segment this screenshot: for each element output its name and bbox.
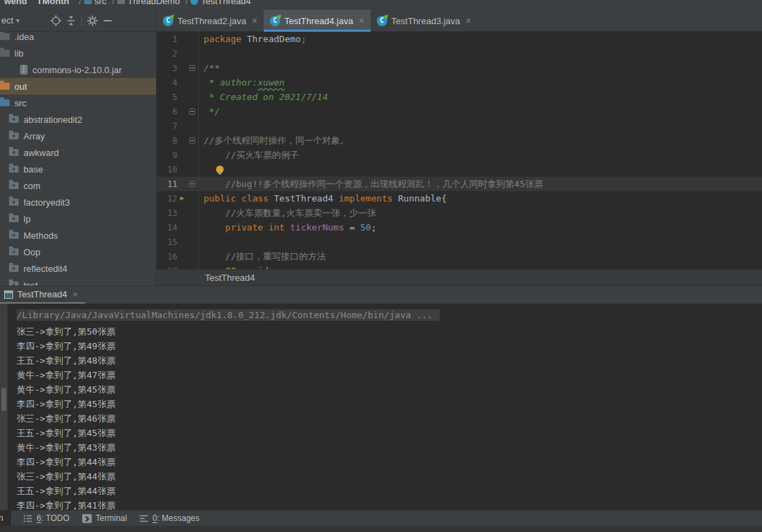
code-line-3[interactable]: 3/**: [157, 61, 762, 75]
line-number: 7: [159, 121, 177, 131]
run-console-output[interactable]: /Library/Java/JavaVirtualMachines/jdk1.8…: [0, 304, 762, 510]
tree-item--idea[interactable]: .idea: [0, 32, 156, 45]
line-number: 1: [159, 35, 177, 44]
close-icon[interactable]: ×: [359, 15, 364, 26]
locate-file-button[interactable]: [48, 13, 63, 28]
console-output-line: 李四->拿到了,第44张票: [17, 455, 115, 469]
code-editor[interactable]: 1package ThreadDemo;23/**4 * author:xuwe…: [156, 32, 762, 269]
breadcrumb-separator: /: [79, 0, 81, 6]
editor-tab-testthread2-java[interactable]: CTestThread2.java×: [157, 10, 264, 32]
toolwindow-button--todo[interactable]: 6: TODO: [23, 513, 70, 523]
code-line-13[interactable]: 13 //火车票数量,火车票卖一张，少一张: [157, 206, 762, 220]
code-line-10[interactable]: 10: [157, 162, 762, 177]
console-output-line: 张三->拿到了,第50张票: [17, 324, 115, 339]
tree-item-awkward[interactable]: awkward: [0, 144, 156, 161]
tree-item-reflectedit4[interactable]: reflectedit4: [0, 260, 156, 277]
class-icon: C: [163, 16, 173, 26]
code-line-7[interactable]: 7: [157, 119, 762, 133]
breadcrumb-item[interactable]: src: [95, 0, 106, 6]
tree-item-commons-io-2-10-0-jar[interactable]: commons-io-2.10.0.jar: [0, 61, 156, 78]
run-toolwindow-button-partial[interactable]: n: [0, 511, 11, 526]
code-line-1[interactable]: 1package ThreadDemo;: [157, 32, 762, 46]
stripe-scroll-handle[interactable]: [1, 388, 6, 411]
editor-gutter: 10: [157, 162, 199, 177]
fold-marker-icon[interactable]: [189, 108, 195, 115]
code-line-11[interactable]: 11 //bug!!多个线程操作同一个资源，出现线程混乱！，几个人同时拿到第45…: [157, 177, 762, 191]
fold-marker-icon[interactable]: [189, 137, 195, 144]
close-icon[interactable]: ×: [252, 15, 257, 26]
code-line-8[interactable]: 8//多个线程同时操作，同一个对象。: [157, 133, 762, 148]
editor-gutter: 8: [157, 133, 199, 148]
tree-item-array[interactable]: Array: [0, 128, 156, 144]
code-line-16[interactable]: 16 //接口，重写接口的方法: [157, 249, 762, 264]
settings-button[interactable]: [85, 13, 100, 28]
tree-item-abstrationedit2[interactable]: abstrationedit2: [0, 111, 156, 128]
close-icon[interactable]: ×: [466, 15, 471, 26]
hide-panel-button[interactable]: [100, 13, 115, 28]
toolwindow-button-label: Terminal: [96, 513, 127, 523]
code-token: //接口，重写接口的方法: [204, 251, 326, 262]
tree-item-lib[interactable]: lib: [0, 45, 156, 61]
code-text: //多个线程同时操作，同一个对象。: [199, 135, 349, 147]
tree-item-lp[interactable]: lp: [0, 210, 156, 227]
todo-list-icon: [23, 514, 32, 523]
editor-gutter: 16: [157, 249, 199, 264]
breadcrumb-item[interactable]: ThreadDemo: [128, 0, 180, 6]
code-token: //bug!!多个线程操作同一个资源，出现线程混乱！，几个人同时拿到第45张票: [204, 179, 543, 189]
breadcrumb-item[interactable]: TestThread4: [201, 0, 251, 6]
code-line-9[interactable]: 9 //买火车票的例子: [157, 148, 762, 162]
editor-breadcrumb-item[interactable]: TestThread4: [205, 273, 255, 283]
folder-icon: [0, 33, 10, 40]
toolwindow-button-terminal[interactable]: Terminal: [82, 513, 127, 523]
editor-gutter: 17: [157, 264, 199, 269]
code-token: ThreadDemo: [247, 34, 301, 44]
code-text: [199, 164, 224, 175]
top-breadcrumb-inner: wendTMonth/src/ThreadDemo/TestThread4: [0, 0, 762, 9]
folder-icon: [0, 99, 10, 106]
tree-item-out[interactable]: out: [0, 78, 156, 95]
editor-tab-testthread4-java[interactable]: CTestThread4.java×: [264, 10, 371, 32]
fold-marker-icon[interactable]: [189, 181, 195, 187]
minimize-icon: [104, 20, 112, 21]
tree-item-label: src: [14, 98, 26, 108]
console-output-line: 李四->拿到了,第49张票: [17, 339, 115, 353]
run-toolwindow-header: TestThread4 ×: [0, 286, 762, 304]
chevron-down-icon[interactable]: ▾: [16, 17, 19, 24]
console-icon: [4, 290, 13, 299]
console-output-line: 李四->拿到了,第45张票: [17, 397, 115, 411]
tree-item-src[interactable]: src: [0, 95, 156, 111]
tree-item-methods[interactable]: Methods: [0, 227, 156, 244]
code-line-4[interactable]: 4 * author:xuwen: [157, 75, 762, 90]
tree-item-test[interactable]: test: [0, 277, 156, 286]
code-text: //bug!!多个线程操作同一个资源，出现线程混乱！，几个人同时拿到第45张票: [199, 178, 543, 190]
code-line-14[interactable]: 14 private int tickerNums = 50;: [157, 220, 762, 235]
breadcrumb-item[interactable]: TMonth: [37, 0, 69, 6]
code-line-5[interactable]: 5 * Created on 2021/7/14: [157, 90, 762, 104]
tree-item-com[interactable]: com: [0, 177, 156, 194]
tree-item-label: lp: [23, 214, 30, 224]
tree-item-factoryedit3[interactable]: factoryedit3: [0, 194, 156, 210]
run-console-tab[interactable]: TestThread4 ×: [0, 286, 85, 304]
fold-marker-icon[interactable]: [189, 65, 195, 71]
code-line-6[interactable]: 6 */: [157, 104, 762, 119]
class-icon: [190, 0, 198, 5]
run-gutter-icon[interactable]: ▶: [180, 194, 184, 202]
lightbulb-icon[interactable]: [216, 166, 224, 173]
breadcrumb-item[interactable]: wend: [4, 0, 27, 6]
line-number: 13: [159, 208, 177, 218]
code-line-15[interactable]: 15: [157, 235, 762, 249]
code-token: package: [204, 34, 247, 44]
code-line-12[interactable]: 12▶public class TestThread4 implements R…: [157, 191, 762, 206]
tree-item-base[interactable]: base: [0, 161, 156, 177]
tree-item-oop[interactable]: Oop: [0, 244, 156, 260]
toolwindow-button--messages[interactable]: 0: Messages: [139, 513, 199, 523]
folder-icon: [9, 116, 19, 123]
close-icon[interactable]: ×: [72, 289, 78, 299]
toolwindow-buttons: 6: TODOTerminal0: Messages: [11, 513, 199, 523]
jar-icon: [20, 65, 28, 75]
code-line-2[interactable]: 2: [157, 46, 762, 61]
code-token: */: [204, 106, 219, 117]
code-line-17[interactable]: 17 @Override: [157, 264, 762, 269]
collapse-all-button[interactable]: [63, 13, 79, 28]
editor-tab-testthread3-java[interactable]: CTestThread3.java×: [371, 10, 478, 32]
